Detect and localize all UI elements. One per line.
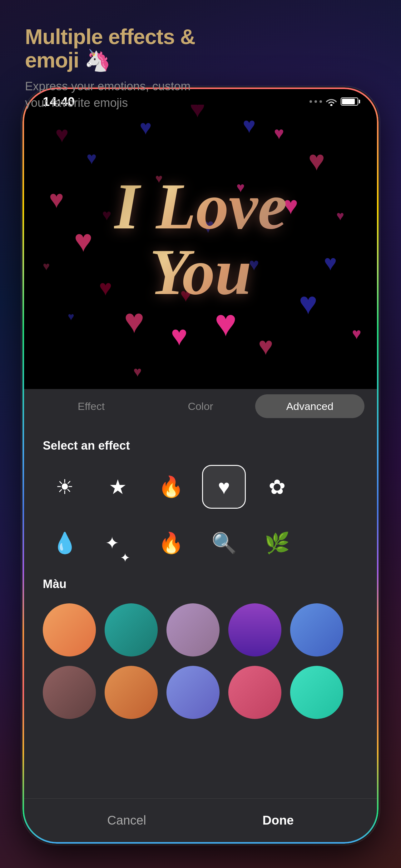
dot3 bbox=[320, 100, 322, 103]
battery-icon bbox=[341, 97, 358, 105]
effect-flower[interactable]: ✿ bbox=[255, 465, 299, 509]
color-purple[interactable] bbox=[228, 603, 281, 656]
color-dark-red[interactable] bbox=[43, 666, 96, 719]
phone-mockup: 14:40 ♥ bbox=[23, 88, 378, 844]
tab-color[interactable]: Color bbox=[146, 394, 255, 418]
svg-text:♥: ♥ bbox=[243, 113, 256, 137]
color-teal[interactable] bbox=[105, 603, 158, 656]
svg-text:♥: ♥ bbox=[308, 145, 325, 176]
colors-row-1 bbox=[43, 603, 358, 656]
svg-text:♥: ♥ bbox=[214, 302, 237, 344]
color-mauve[interactable] bbox=[166, 603, 220, 656]
effect-star2[interactable]: ✦✦ bbox=[96, 521, 140, 565]
effect-sun[interactable]: ☀ bbox=[43, 465, 87, 509]
svg-text:♥: ♥ bbox=[171, 320, 188, 351]
svg-text:♥: ♥ bbox=[336, 208, 344, 223]
love-text-container: I Love You bbox=[114, 174, 287, 305]
tab-effect[interactable]: Effect bbox=[37, 394, 146, 418]
done-button[interactable]: Done bbox=[263, 813, 294, 827]
effects-row-2: 💧 ✦✦ 🔥 🔍 🌿 bbox=[43, 521, 358, 565]
dots-indicator bbox=[309, 100, 322, 103]
tab-advanced[interactable]: Advanced bbox=[255, 394, 364, 418]
love-text-line2: You bbox=[114, 239, 287, 305]
effects-section-title: Select an effect bbox=[43, 439, 358, 453]
effect-panel: Select an effect ☀ ★ 🔥 ♥ ✿ 💧 ✦✦ 🔥 🔍 🌿 bbox=[24, 423, 377, 842]
svg-text:♥: ♥ bbox=[102, 206, 111, 224]
love-text-line1: I Love bbox=[114, 174, 287, 239]
wifi-icon bbox=[326, 97, 337, 106]
page-subtitle: Express your emotions, custom your favor… bbox=[25, 78, 212, 111]
page-title: Multiple effects & emoji 🦄 bbox=[25, 25, 212, 72]
bottom-bar: Cancel Done bbox=[24, 798, 377, 842]
effect-leaf[interactable]: 🌿 bbox=[255, 521, 299, 565]
color-orange2[interactable] bbox=[105, 666, 158, 719]
effect-fire2[interactable]: 🔥 bbox=[149, 521, 193, 565]
effect-search[interactable]: 🔍 bbox=[202, 521, 246, 565]
svg-text:♥: ♥ bbox=[133, 364, 142, 380]
color-blue-purple[interactable] bbox=[166, 666, 220, 719]
svg-text:♥: ♥ bbox=[299, 286, 317, 320]
color-cyan-half[interactable] bbox=[290, 666, 343, 719]
effects-row-1: ☀ ★ 🔥 ♥ ✿ bbox=[43, 465, 358, 509]
colors-section-title: Màu bbox=[43, 578, 358, 591]
cancel-button[interactable]: Cancel bbox=[107, 813, 146, 827]
battery-fill bbox=[342, 99, 355, 104]
effect-star[interactable]: ★ bbox=[96, 465, 140, 509]
svg-text:♥: ♥ bbox=[352, 325, 361, 342]
tab-bar: Effect Color Advanced bbox=[24, 389, 377, 423]
effect-drop[interactable]: 💧 bbox=[43, 521, 87, 565]
svg-text:♥: ♥ bbox=[87, 148, 97, 168]
effect-fire[interactable]: 🔥 bbox=[149, 465, 193, 509]
dot2 bbox=[314, 100, 317, 103]
svg-text:♥: ♥ bbox=[43, 260, 50, 273]
svg-text:♥: ♥ bbox=[258, 332, 273, 360]
main-canvas: ♥ ♥ ♥ ♥ ♥ ♥ ♥ ♥ ♥ ♥ ♥ ♥ ♥ ♥ ♥ ♥ ♥ ♥ ♥ ♥ bbox=[24, 89, 377, 389]
svg-text:♥: ♥ bbox=[55, 122, 69, 147]
status-icons bbox=[309, 97, 358, 106]
phone-inner: 14:40 ♥ bbox=[24, 89, 377, 842]
color-orange[interactable] bbox=[43, 603, 96, 656]
color-blue-half[interactable] bbox=[290, 603, 343, 656]
svg-text:♥: ♥ bbox=[74, 223, 93, 258]
svg-text:♥: ♥ bbox=[124, 302, 144, 340]
svg-text:♥: ♥ bbox=[99, 276, 112, 300]
effect-heart[interactable]: ♥ bbox=[202, 465, 246, 509]
svg-text:♥: ♥ bbox=[274, 123, 284, 143]
svg-text:♥: ♥ bbox=[140, 116, 152, 139]
svg-text:♥: ♥ bbox=[324, 251, 337, 275]
color-pink-red[interactable] bbox=[228, 666, 281, 719]
page-header: Multiple effects & emoji 🦄 Express your … bbox=[25, 25, 212, 111]
svg-text:♥: ♥ bbox=[49, 185, 64, 213]
svg-text:♥: ♥ bbox=[68, 310, 74, 322]
dot1 bbox=[309, 100, 312, 103]
colors-row-2 bbox=[43, 666, 358, 719]
